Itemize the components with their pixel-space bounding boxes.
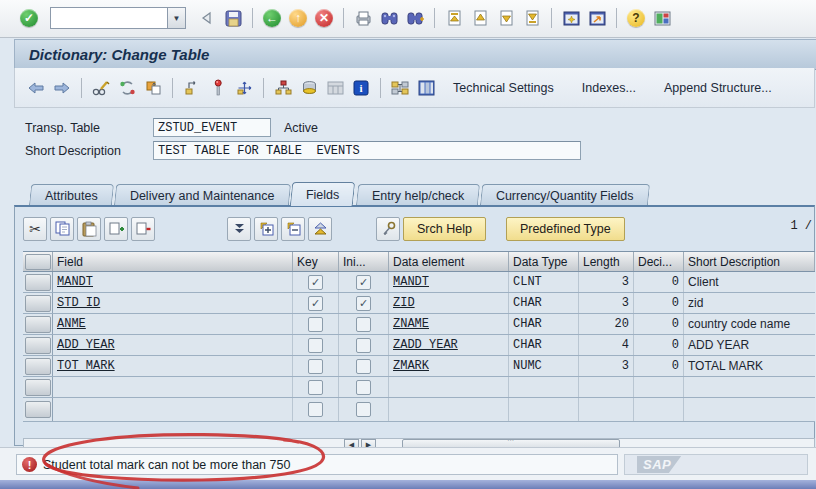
key-checkbox[interactable] — [308, 359, 323, 374]
choose-down-icon[interactable] — [227, 217, 251, 241]
cell-field[interactable] — [53, 377, 293, 397]
cell-key[interactable] — [293, 377, 339, 397]
status-message-field[interactable]: ! Student total mark can not be more tha… — [16, 454, 618, 475]
row-select-button[interactable] — [23, 335, 53, 355]
cell-data-element[interactable]: ZMARK — [389, 356, 509, 376]
cell-field[interactable]: ADD_YEAR — [53, 335, 293, 355]
short-description-field[interactable]: TEST TABLE FOR TABLE EVENTS — [153, 141, 581, 160]
insert-row-icon[interactable] — [104, 217, 128, 241]
column-header-length[interactable]: Length — [579, 252, 634, 271]
cell-key[interactable] — [293, 398, 339, 421]
forward-arrow-icon[interactable] — [51, 77, 73, 99]
ini-checkbox[interactable] — [356, 338, 371, 353]
enter-arrow-icon[interactable] — [196, 7, 218, 29]
cancel-icon[interactable]: ✕ — [313, 7, 335, 29]
information-icon[interactable]: i — [350, 77, 372, 99]
command-dropdown-icon[interactable]: ▼ — [167, 7, 186, 29]
tab-delivery-and-maintenance[interactable]: Delivery and Maintenance — [114, 184, 291, 206]
cell-ini[interactable] — [339, 293, 389, 313]
runtime-object-icon[interactable] — [415, 77, 437, 99]
find-icon[interactable] — [378, 7, 400, 29]
cell-key[interactable] — [293, 314, 339, 334]
cell-ini[interactable] — [339, 272, 389, 292]
cell-field[interactable] — [53, 398, 293, 421]
tab-attributes[interactable]: Attributes — [29, 184, 114, 206]
row-select-button[interactable] — [23, 272, 53, 292]
enter-check-icon[interactable]: ✓ — [18, 7, 40, 29]
column-header-decimals[interactable]: Deci... — [634, 252, 684, 271]
cell-key[interactable] — [293, 356, 339, 376]
cell-data-element[interactable] — [389, 398, 509, 421]
copy-icon[interactable] — [50, 217, 74, 241]
cell-ini[interactable] — [339, 356, 389, 376]
cell-key[interactable] — [293, 335, 339, 355]
key-checkbox[interactable] — [308, 402, 323, 417]
row-select-button[interactable] — [23, 398, 53, 421]
activate-pin-icon[interactable] — [207, 77, 229, 99]
stack-icon[interactable] — [298, 77, 320, 99]
column-header-ini[interactable]: Ini... — [339, 252, 389, 271]
select-all-button[interactable] — [23, 252, 53, 271]
back-icon[interactable]: ← — [261, 7, 283, 29]
structure-icon[interactable] — [389, 77, 411, 99]
cell-key[interactable] — [293, 293, 339, 313]
column-header-data-element[interactable]: Data element — [389, 252, 509, 271]
technical-settings-button[interactable]: Technical Settings — [445, 78, 562, 98]
key-checkbox[interactable] — [308, 275, 323, 290]
srch-help-button[interactable]: Srch Help — [403, 217, 486, 241]
ini-checkbox[interactable] — [356, 380, 371, 395]
tab-currency-quantity-fields[interactable]: Currency/Quantity Fields — [480, 184, 650, 206]
ini-checkbox[interactable] — [356, 359, 371, 374]
key-checkbox[interactable] — [308, 338, 323, 353]
cell-ini[interactable] — [339, 335, 389, 355]
ini-checkbox[interactable] — [356, 296, 371, 311]
copy-object-icon[interactable] — [142, 77, 164, 99]
column-header-data-type[interactable]: Data Type — [509, 252, 579, 271]
predefined-type-button[interactable]: Predefined Type — [506, 217, 625, 241]
exit-icon[interactable]: ↑ — [287, 7, 309, 29]
indexes-button[interactable]: Indexes... — [574, 78, 644, 98]
command-input[interactable] — [50, 7, 167, 29]
collapse-icon[interactable] — [281, 217, 305, 241]
last-page-icon[interactable] — [521, 7, 543, 29]
expand-icon[interactable] — [254, 217, 278, 241]
refresh-icon[interactable] — [116, 77, 138, 99]
key-checkbox[interactable] — [308, 317, 323, 332]
cell-data-element[interactable]: ZNAME — [389, 314, 509, 334]
tab-fields[interactable]: Fields — [290, 182, 356, 206]
column-header-field[interactable]: Field — [53, 252, 293, 271]
cell-data-element[interactable]: MANDT — [389, 272, 509, 292]
display-change-icon[interactable] — [90, 77, 112, 99]
ini-checkbox[interactable] — [356, 275, 371, 290]
cell-ini[interactable] — [339, 377, 389, 397]
row-select-button[interactable] — [23, 377, 53, 397]
ini-checkbox[interactable] — [356, 317, 371, 332]
back-arrow-icon[interactable] — [25, 77, 47, 99]
cut-icon[interactable]: ✂ — [23, 217, 47, 241]
cell-data-element[interactable]: ZADD_YEAR — [389, 335, 509, 355]
parent-object-icon[interactable] — [181, 77, 203, 99]
cell-ini[interactable] — [339, 314, 389, 334]
print-icon[interactable] — [352, 7, 374, 29]
customize-layout-icon[interactable] — [651, 7, 673, 29]
key-checkbox[interactable] — [308, 380, 323, 395]
column-header-key[interactable]: Key — [293, 252, 339, 271]
append-structure-button[interactable]: Append Structure... — [656, 78, 780, 98]
row-select-button[interactable] — [23, 293, 53, 313]
cell-data-element[interactable]: ZID — [389, 293, 509, 313]
previous-page-icon[interactable] — [469, 7, 491, 29]
save-icon[interactable] — [222, 7, 244, 29]
cell-ini[interactable] — [339, 398, 389, 421]
cell-field[interactable]: MANDT — [53, 272, 293, 292]
cell-key[interactable] — [293, 272, 339, 292]
cell-field[interactable]: ANME — [53, 314, 293, 334]
sort-up-icon[interactable] — [308, 217, 332, 241]
key-checkbox[interactable] — [308, 296, 323, 311]
cell-data-element[interactable] — [389, 377, 509, 397]
help-icon[interactable]: ? — [625, 7, 647, 29]
delete-row-icon[interactable] — [131, 217, 155, 241]
find-next-icon[interactable] — [404, 7, 426, 29]
column-header-short-description[interactable]: Short Description — [684, 252, 815, 271]
ini-checkbox[interactable] — [356, 402, 371, 417]
create-shortcut-icon[interactable] — [586, 7, 608, 29]
